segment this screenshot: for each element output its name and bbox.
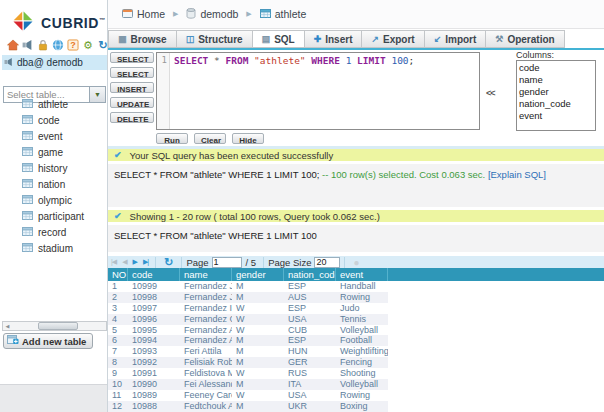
cell-name: Fernandez Ab... bbox=[180, 335, 232, 346]
sidebar-item-nation[interactable]: nation bbox=[0, 176, 107, 192]
sidebar-item-game[interactable]: game bbox=[0, 144, 107, 160]
page-size-input[interactable] bbox=[314, 257, 340, 268]
move-columns-left-button[interactable]: << bbox=[486, 88, 495, 98]
table-row[interactable]: 1010990Fei AlessandroMITAVolleyball bbox=[108, 379, 388, 390]
column-header-code[interactable]: code bbox=[128, 268, 180, 281]
tab-operation[interactable]: ⚒Operation bbox=[486, 30, 564, 48]
next-page-icon[interactable]: ▶ bbox=[130, 258, 140, 266]
result-grid-header: NOcodenamegendernation_codeevent bbox=[108, 268, 604, 281]
sidebar-item-event[interactable]: event bbox=[0, 128, 107, 144]
column-option-event[interactable]: event bbox=[519, 110, 593, 122]
breadcrumb-home-label: Home bbox=[137, 8, 165, 20]
first-page-icon[interactable]: |◀ bbox=[108, 258, 119, 266]
update-template-button[interactable]: UPDATE bbox=[110, 97, 154, 108]
sidebar-item-participant[interactable]: participant bbox=[0, 208, 107, 224]
tab-insert[interactable]: ✚Insert bbox=[305, 30, 363, 48]
page-number-input[interactable] bbox=[212, 257, 242, 268]
column-option-nation_code[interactable]: nation_code bbox=[519, 98, 593, 110]
column-header-gender[interactable]: gender bbox=[232, 268, 284, 281]
current-connection[interactable]: dba@ demodb bbox=[2, 55, 107, 70]
sidebar: CUBRID™ ? ⚙ ↻ dba@ demo bbox=[0, 0, 108, 412]
cell-no: 2 bbox=[108, 292, 128, 303]
sidebar-horizontal-scrollbar[interactable]: ◀ bbox=[2, 321, 107, 331]
column-option-gender[interactable]: gender bbox=[519, 86, 593, 98]
tab-import[interactable]: ↙Import bbox=[425, 30, 487, 48]
column-header-name[interactable]: name bbox=[180, 268, 232, 281]
success-message-bar: ✔ Your SQL query has been executed succe… bbox=[108, 149, 604, 161]
run-button[interactable]: Run bbox=[156, 133, 188, 144]
table-row[interactable]: 210998Fernandez Ja...MAUSRowing bbox=[108, 292, 388, 303]
tab-structure[interactable]: ◫Structure bbox=[177, 30, 253, 48]
scrollbar-thumb[interactable] bbox=[38, 322, 78, 330]
sidebar-item-stadium[interactable]: stadium bbox=[0, 240, 107, 256]
cell-no: 6 bbox=[108, 335, 128, 346]
column-header-nation_code[interactable]: nation_code bbox=[284, 268, 336, 281]
delete-template-button[interactable]: DELETE bbox=[110, 112, 154, 123]
column-option-name[interactable]: name bbox=[519, 74, 593, 86]
sidebar-item-record[interactable]: record bbox=[0, 224, 107, 240]
tab-browse[interactable]: ▦Browse bbox=[108, 30, 177, 48]
table-row[interactable]: 110999Fernandez Je...MESPHandball bbox=[108, 281, 388, 292]
insert-template-button[interactable]: INSERT bbox=[110, 82, 154, 93]
table-row[interactable]: 1110989Feeney CarolWUSARowing bbox=[108, 390, 388, 401]
table-row[interactable]: 410996Fernandez GigiWUSATennis bbox=[108, 314, 388, 325]
column-header-no[interactable]: NO bbox=[108, 268, 128, 281]
cell-gender: W bbox=[232, 303, 284, 314]
table-name-label: game bbox=[38, 147, 63, 158]
tab-sql[interactable]: ▤SQL bbox=[253, 30, 305, 48]
home-icon[interactable] bbox=[7, 39, 19, 51]
page-total-label: / 5 bbox=[246, 257, 257, 268]
explain-sql-link[interactable]: [Explain SQL] bbox=[488, 169, 546, 180]
sql-editor[interactable]: 1 SELECT * FROM "athlete" WHERE 1 LIMIT … bbox=[156, 52, 480, 130]
previous-page-icon[interactable]: ◀ bbox=[119, 258, 129, 266]
editor-code-line[interactable]: SELECT * FROM "athlete" WHERE 1 LIMIT 10… bbox=[170, 53, 479, 129]
add-new-table-button[interactable]: Add new table bbox=[3, 333, 93, 349]
table-icon bbox=[22, 195, 33, 206]
scroll-left-icon[interactable]: ◀ bbox=[3, 323, 12, 329]
select-template-button[interactable]: SELECT bbox=[110, 67, 154, 78]
sidebar-item-code[interactable]: code bbox=[0, 112, 107, 128]
cell-nation_code: GER bbox=[284, 357, 336, 368]
table-icon bbox=[22, 115, 33, 126]
tab-label: Operation bbox=[507, 34, 554, 45]
table-row[interactable]: 510995Fernandez An...WCUBVolleyball bbox=[108, 325, 388, 336]
stop-icon: ● bbox=[349, 257, 363, 268]
columns-listbox[interactable]: codenamegendernation_codeevent bbox=[516, 60, 596, 131]
select-template-button[interactable]: SELECT * bbox=[110, 52, 154, 63]
help-icon[interactable]: ? bbox=[67, 39, 79, 51]
cell-no: 5 bbox=[108, 325, 128, 336]
browser-icon[interactable] bbox=[52, 39, 64, 51]
settings-icon[interactable]: ⚙ bbox=[82, 39, 94, 51]
table-row[interactable]: 910991Feldistova MariaWRUSShooting bbox=[108, 368, 388, 379]
table-row[interactable]: 610994Fernandez Ab...MESPFootball bbox=[108, 335, 388, 346]
sql-token: LIMIT bbox=[357, 55, 391, 66]
table-name-label: stadium bbox=[38, 243, 73, 254]
clear-button[interactable]: Clear bbox=[194, 133, 226, 144]
column-header-event[interactable]: event bbox=[336, 268, 388, 281]
tab-export[interactable]: ↗Export bbox=[362, 30, 424, 48]
table-row[interactable]: 1210988Fedtchouk AndriMUKRBoxing bbox=[108, 401, 388, 412]
table-row[interactable]: 310997Fernandez Is...WESPJudo bbox=[108, 303, 388, 314]
query-result-section: SELECT * FROM "athlete" WHERE 1 LIMIT 10… bbox=[108, 163, 604, 207]
breadcrumb: Home ▶ demodb ▶ athlete bbox=[108, 0, 604, 29]
sidebar-item-history[interactable]: history bbox=[0, 160, 107, 176]
hide-button[interactable]: Hide bbox=[232, 133, 264, 144]
connection-icon[interactable] bbox=[22, 39, 34, 51]
tab-bar: ▦Browse◫Structure▤SQL✚Insert↗Export↙Impo… bbox=[108, 30, 604, 48]
table-row[interactable]: 710993Feri AttilaMHUNWeightlifting bbox=[108, 346, 388, 357]
sidebar-item-olympic[interactable]: olympic bbox=[0, 192, 107, 208]
table-row[interactable]: 810992Felisiak RobertMGERFencing bbox=[108, 357, 388, 368]
reload-grid-icon[interactable]: ↻ bbox=[160, 256, 177, 269]
breadcrumb-database[interactable]: demodb bbox=[186, 8, 238, 21]
cell-gender: W bbox=[232, 368, 284, 379]
lock-icon[interactable] bbox=[37, 39, 49, 51]
last-page-icon[interactable]: ▶| bbox=[140, 258, 151, 266]
breadcrumb-table[interactable]: athlete bbox=[260, 8, 307, 20]
page-label: Page bbox=[186, 257, 208, 268]
browse-icon: ▦ bbox=[118, 34, 127, 44]
breadcrumb-home[interactable]: Home bbox=[122, 8, 165, 20]
cell-gender: M bbox=[232, 401, 284, 412]
sidebar-item-athlete[interactable]: athlete bbox=[0, 96, 107, 112]
column-option-code[interactable]: code bbox=[519, 62, 593, 74]
cell-code: 10990 bbox=[128, 379, 180, 390]
